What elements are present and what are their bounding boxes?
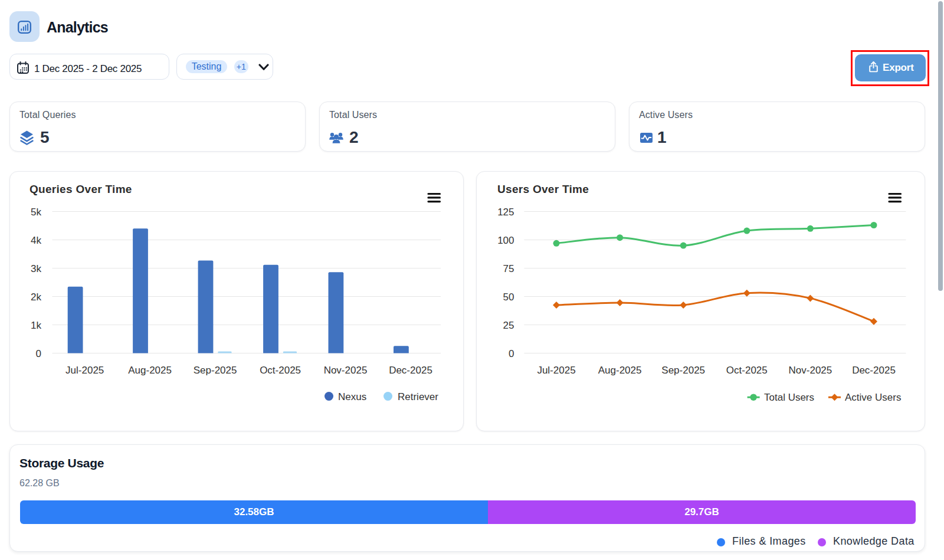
svg-text:Jul-2025: Jul-2025 (537, 365, 575, 376)
svg-text:5k: 5k (31, 207, 41, 218)
svg-text:Sep-2025: Sep-2025 (194, 365, 237, 376)
svg-text:3k: 3k (31, 263, 41, 274)
svg-text:Total Users: Total Users (764, 392, 814, 403)
svg-text:Jul-2025: Jul-2025 (65, 365, 104, 376)
svg-text:4k: 4k (31, 235, 41, 246)
svg-text:Oct-2025: Oct-2025 (726, 365, 768, 376)
svg-text:1k: 1k (31, 320, 41, 331)
svg-text:50: 50 (503, 292, 514, 303)
svg-text:Retriever: Retriever (398, 391, 438, 402)
svg-text:Aug-2025: Aug-2025 (128, 365, 172, 376)
svg-text:Active Users: Active Users (845, 392, 901, 403)
svg-text:0: 0 (509, 348, 514, 359)
svg-text:Oct-2025: Oct-2025 (260, 365, 301, 376)
svg-text:Nov-2025: Nov-2025 (789, 365, 832, 376)
svg-text:2k: 2k (31, 292, 41, 303)
svg-text:125: 125 (497, 207, 514, 218)
svg-text:25: 25 (503, 320, 514, 331)
svg-text:Dec-2025: Dec-2025 (389, 365, 432, 376)
svg-text:0: 0 (36, 348, 41, 359)
svg-text:Aug-2025: Aug-2025 (598, 365, 642, 376)
svg-text:Sep-2025: Sep-2025 (661, 365, 705, 376)
svg-text:75: 75 (503, 263, 514, 274)
svg-text:Nov-2025: Nov-2025 (324, 365, 368, 376)
svg-text:Dec-2025: Dec-2025 (852, 365, 896, 376)
svg-text:100: 100 (497, 235, 514, 246)
svg-text:Nexus: Nexus (338, 391, 366, 402)
